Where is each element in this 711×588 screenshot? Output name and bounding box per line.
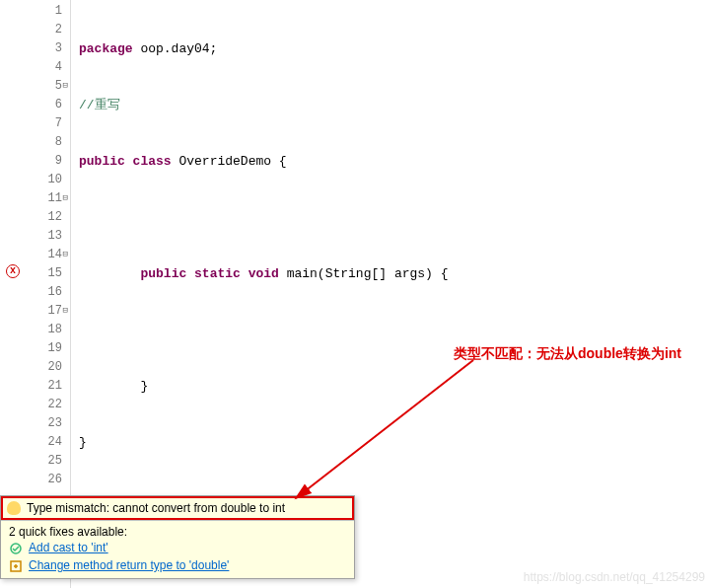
red-annotation-text: 类型不匹配：无法从double转换为int: [454, 345, 681, 363]
error-tooltip: Type mismatch: cannot convert from doubl…: [0, 495, 355, 579]
keyword: package: [79, 41, 133, 56]
quickfix-change-return-type[interactable]: Change method return type to 'double': [9, 556, 346, 574]
line-number: 26: [0, 471, 62, 489]
line-number: 25: [0, 452, 62, 471]
line-number: 19: [0, 339, 62, 358]
fold-minus-icon[interactable]: ⊟: [58, 189, 68, 199]
error-message: Type mismatch: cannot convert from doubl…: [27, 501, 285, 515]
line-number: 1: [0, 2, 62, 21]
line-number: 9: [0, 152, 62, 171]
line-number: 18: [0, 321, 62, 339]
code-text: }: [79, 433, 711, 452]
fold-minus-icon[interactable]: ⊟: [58, 77, 68, 87]
line-number: 17⊟: [0, 302, 62, 321]
line-number: 21: [0, 377, 62, 396]
line-number: 2: [0, 21, 62, 39]
line-number: 16: [0, 283, 62, 302]
line-number: 11⊟: [0, 189, 62, 208]
line-number: 7: [0, 114, 62, 133]
line-number: 20: [0, 358, 62, 377]
line-number: 12: [0, 208, 62, 227]
error-icon[interactable]: x: [6, 264, 20, 278]
cast-icon: [9, 542, 23, 555]
quickfix-add-cast[interactable]: Add cast to 'int': [9, 539, 346, 556]
quickfix-header: 2 quick fixes available:: [9, 525, 346, 539]
line-number: 24: [0, 433, 62, 452]
line-number: 10: [0, 171, 62, 189]
fold-minus-icon[interactable]: ⊟: [58, 246, 68, 256]
keyword: public static void: [140, 266, 278, 281]
line-number: 22: [0, 396, 62, 414]
keyword: public class: [79, 154, 172, 169]
code-text: }: [79, 377, 711, 396]
line-number: 23: [0, 414, 62, 433]
line-number: 5⊟: [0, 77, 62, 96]
lightbulb-icon: [7, 501, 21, 515]
change-type-icon: [9, 559, 23, 573]
line-number: 14⊟: [0, 246, 62, 264]
watermark-text: https://blog.csdn.net/qq_41254299: [524, 570, 705, 584]
line-number: 4: [0, 58, 62, 77]
line-number: 8: [0, 133, 62, 152]
comment: //重写: [79, 98, 120, 112]
fold-minus-icon[interactable]: ⊟: [58, 302, 68, 312]
line-number: x15: [0, 264, 62, 283]
line-number: 6: [0, 96, 62, 114]
line-number: 3: [0, 39, 62, 58]
line-number: 13: [0, 227, 62, 246]
tooltip-title: Type mismatch: cannot convert from doubl…: [1, 496, 354, 520]
